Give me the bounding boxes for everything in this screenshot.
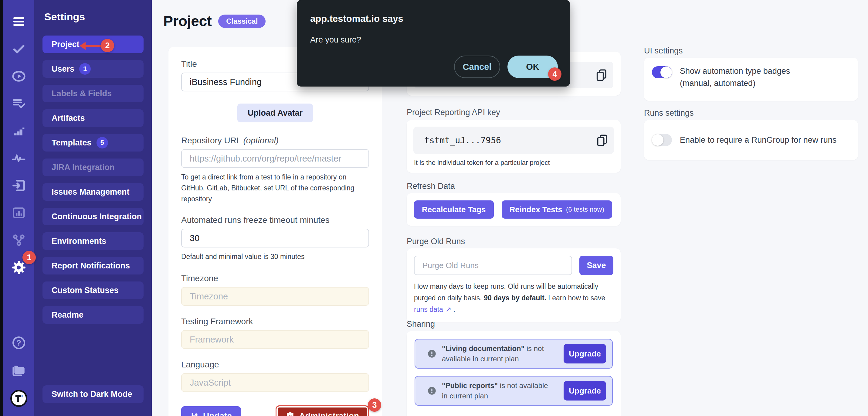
cancel-button[interactable]: Cancel <box>454 56 500 78</box>
ui-settings-card: Show automation type badges (manual, aut… <box>644 58 858 101</box>
projects-folder-icon[interactable] <box>11 362 26 378</box>
refresh-data-card: Recalculate Tags Reindex Tests (6 tests … <box>407 193 621 226</box>
reindex-label: Reindex Tests <box>509 205 562 214</box>
settings-title: Settings <box>44 11 144 23</box>
page-heading-row: Project Classical <box>163 13 266 29</box>
nav-label: Environments <box>52 237 106 246</box>
settings-gear-icon[interactable] <box>11 260 26 275</box>
nav-label: Labels & Fields <box>52 89 112 98</box>
reports-bar-chart-icon[interactable] <box>11 205 26 220</box>
require-rungroup-toggle[interactable] <box>652 134 672 146</box>
api-token-help: It is the individual token for a particu… <box>413 159 614 167</box>
upload-avatar-button[interactable]: Upload Avatar <box>237 103 313 122</box>
branches-git-icon[interactable] <box>11 233 26 248</box>
sidebar-item-jira-integration[interactable]: JIRA Integration <box>42 158 144 176</box>
dialog-title: app.testomat.io says <box>310 13 557 24</box>
milestones-steps-icon[interactable] <box>11 123 26 139</box>
annotation-step-2: 2 <box>101 39 114 52</box>
nav-label: Artifacts <box>52 114 85 123</box>
feature-name: "Public reports" <box>442 381 498 390</box>
freeze-timeout-input[interactable] <box>181 229 369 247</box>
toggle-knob <box>660 66 672 78</box>
sidebar-item-readme[interactable]: Readme <box>42 306 144 324</box>
users-count-badge: 1 <box>79 63 91 75</box>
nav-label: Issues Management <box>52 187 130 197</box>
sharing-label: Sharing <box>407 320 435 329</box>
tests-check-icon[interactable] <box>11 41 26 57</box>
plan-restriction-text: "Public reports" is not available in cur… <box>442 381 549 401</box>
sidebar-item-continuous-integration[interactable]: Continuous Integration <box>42 208 144 225</box>
freeze-timeout-label: Automated runs freeze timeout minutes <box>181 215 369 225</box>
annotation-step-1: 1 <box>23 251 36 264</box>
import-sign-in-icon[interactable] <box>11 178 26 193</box>
runs-play-icon[interactable] <box>11 69 26 84</box>
purge-old-runs-label: Purge Old Runs <box>407 237 465 246</box>
sidebar-item-report-notifications[interactable]: Report Notifications <box>42 257 144 274</box>
sidebar-item-users[interactable]: Users1 <box>42 60 144 78</box>
app-screen: ? Settings Project Users1 Labels & Field… <box>0 0 868 416</box>
api-key-card: tstmt_uJ...7956 It is the individual tok… <box>407 120 621 173</box>
runs-data-link[interactable]: runs data <box>414 305 443 314</box>
project-form-card: Title Upload Avatar Repository URL (opti… <box>168 47 382 416</box>
copy-icon[interactable] <box>596 133 608 147</box>
help-icon[interactable]: ? <box>11 335 26 350</box>
upgrade-button[interactable]: Upgrade <box>564 344 606 363</box>
window-edge <box>0 0 3 416</box>
project-mode-badge: Classical <box>218 14 266 28</box>
nav-label: Continuous Integration <box>52 212 142 221</box>
automation-badges-toggle[interactable] <box>652 66 672 78</box>
sidebar-item-issues-management[interactable]: Issues Management <box>42 183 144 201</box>
admin-shield-icon <box>286 411 295 416</box>
living-documentation-plan-box: "Living documentation" is not available … <box>414 339 613 368</box>
browser-confirm-dialog: app.testomat.io says Are you sure? Cance… <box>297 0 570 87</box>
reindex-note: (6 tests now) <box>566 206 604 213</box>
menu-icon[interactable] <box>11 14 26 29</box>
sidebar-item-templates[interactable]: Templates5 <box>42 134 144 151</box>
upgrade-button[interactable]: Upgrade <box>564 381 606 400</box>
activity-pulse-icon[interactable] <box>11 151 26 166</box>
timezone-input[interactable] <box>181 287 369 306</box>
plan-restriction-text: "Living documentation" is not available … <box>442 344 549 364</box>
purge-help-bold: 90 days by default. <box>484 294 546 302</box>
testing-framework-input[interactable] <box>181 330 369 349</box>
language-input[interactable] <box>181 373 369 392</box>
administration-button[interactable]: Administration <box>276 405 369 416</box>
administration-label: Administration <box>299 411 359 416</box>
update-button[interactable]: Update <box>181 406 241 416</box>
runs-settings-card: Enable to require a RunGroup for new run… <box>644 120 858 160</box>
save-floppy-icon <box>190 412 199 416</box>
sidebar-item-environments[interactable]: Environments <box>42 232 144 250</box>
repo-label-text: Repository URL <box>181 136 241 145</box>
api-token-field: tstmt_uJ...7956 <box>413 127 614 154</box>
reindex-tests-button[interactable]: Reindex Tests (6 tests now) <box>502 200 612 219</box>
plans-list-check-icon[interactable] <box>11 96 26 111</box>
testomat-logo[interactable] <box>10 390 27 407</box>
nav-label: Report Notifications <box>52 261 130 271</box>
recalculate-tags-button[interactable]: Recalculate Tags <box>414 200 494 219</box>
repo-optional-text: (optional) <box>243 136 279 145</box>
testing-framework-label: Testing Framework <box>181 317 369 326</box>
sidebar-item-labels-fields[interactable]: Labels & Fields <box>42 85 144 102</box>
refresh-data-label: Refresh Data <box>407 182 455 191</box>
require-rungroup-toggle-text: Enable to require a RunGroup for new run… <box>680 134 850 146</box>
svg-text:?: ? <box>17 338 21 347</box>
annotation-step-3: 3 <box>368 398 381 412</box>
toggle-knob <box>652 134 663 146</box>
purge-help-2: Learn how to save <box>546 294 605 302</box>
repository-url-label: Repository URL (optional) <box>181 136 369 145</box>
api-token-value: tstmt_uJ...7956 <box>413 136 501 145</box>
sidebar-item-artifacts[interactable]: Artifacts <box>42 109 144 127</box>
sharing-card: "Living documentation" is not available … <box>407 331 621 416</box>
page-title: Project <box>163 13 212 29</box>
save-button[interactable]: Save <box>579 256 613 275</box>
repository-url-input[interactable] <box>181 149 369 168</box>
purge-help-end: . <box>451 305 455 314</box>
nav-label: Custom Statuses <box>52 286 119 295</box>
sidebar-item-custom-statuses[interactable]: Custom Statuses <box>42 281 144 299</box>
dialog-message: Are you sure? <box>310 35 557 44</box>
purge-days-input[interactable] <box>414 256 572 275</box>
plan-alert-badge-icon <box>427 386 437 396</box>
dark-mode-toggle-item[interactable]: Switch to Dark Mode <box>42 385 144 403</box>
templates-count-badge: 5 <box>96 137 108 148</box>
copy-icon[interactable] <box>595 68 607 82</box>
